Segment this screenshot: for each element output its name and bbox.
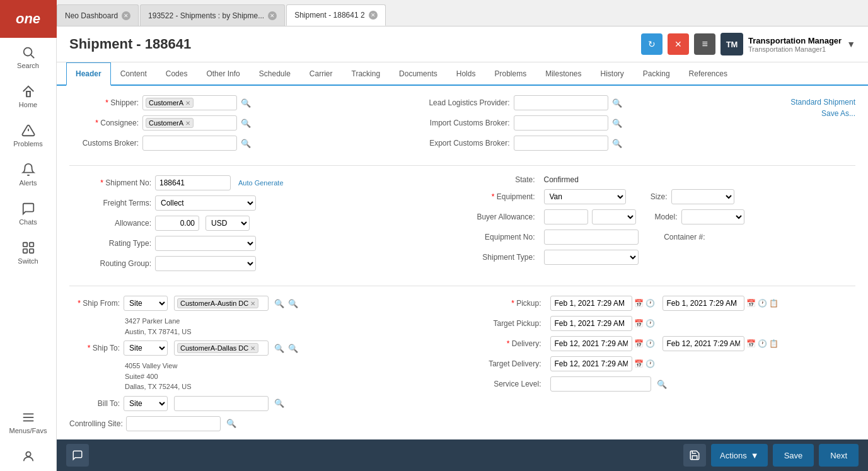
chevron-down-icon[interactable]: ▼ xyxy=(847,39,855,49)
auto-generate-link[interactable]: Auto Generate xyxy=(238,179,284,187)
tab-shipment-188641[interactable]: Shipment - 188641 2 ✕ xyxy=(286,4,385,26)
ship-to-search-icon2[interactable]: 🔍 xyxy=(288,344,298,353)
shipper-search-icon[interactable]: 🔍 xyxy=(241,98,251,108)
save-as-link[interactable]: Save As... xyxy=(742,109,855,118)
delivery-date-input2[interactable] xyxy=(663,336,744,351)
tab-packing[interactable]: Packing xyxy=(634,62,680,86)
bill-to-input[interactable] xyxy=(174,396,269,411)
export-customs-search-icon[interactable]: 🔍 xyxy=(612,139,622,148)
pickup-calendar-icon2[interactable]: 📅 xyxy=(746,299,756,308)
ship-from-customer-input[interactable]: CustomerA-Austin DC ✕ xyxy=(174,296,269,311)
save-icon-button[interactable] xyxy=(683,444,706,467)
delivery-edit-icon[interactable]: 📋 xyxy=(769,339,778,348)
import-customs-input[interactable] xyxy=(514,115,608,131)
tab-codes[interactable]: Codes xyxy=(156,62,197,86)
consignee-input[interactable]: CustomerA ✕ xyxy=(142,115,237,131)
controlling-site-input[interactable] xyxy=(126,416,221,431)
equipment-no-input[interactable] xyxy=(544,230,639,245)
tab-close-button[interactable]: ✕ xyxy=(369,11,378,20)
ship-to-site-select[interactable]: Site xyxy=(124,340,168,356)
tab-carrier[interactable]: Carrier xyxy=(300,62,342,86)
shipment-type-select[interactable] xyxy=(544,250,639,265)
model-select[interactable] xyxy=(681,209,744,224)
tab-neo-dashboard[interactable]: Neo Dashboard ✕ xyxy=(57,4,139,26)
consignee-tag-remove[interactable]: ✕ xyxy=(185,120,190,127)
target-delivery-input[interactable] xyxy=(550,356,632,371)
tab-close-button[interactable]: ✕ xyxy=(122,11,130,20)
buyer-allowance-input[interactable] xyxy=(544,209,588,224)
sidebar-item-chats[interactable]: Chats xyxy=(0,194,56,233)
ship-from-search-icon2[interactable]: 🔍 xyxy=(288,299,298,308)
hamburger-button[interactable]: ≡ xyxy=(694,33,715,55)
refresh-button[interactable]: ↻ xyxy=(641,33,663,55)
delivery-clock-icon1[interactable]: 🕐 xyxy=(645,339,655,348)
lead-logistics-search-icon[interactable]: 🔍 xyxy=(612,98,622,108)
ship-to-search-icon[interactable]: 🔍 xyxy=(274,344,284,353)
actions-button[interactable]: Actions ▼ xyxy=(711,444,768,467)
pickup-date-input1[interactable] xyxy=(550,296,632,311)
ship-to-tag-remove[interactable]: ✕ xyxy=(250,345,255,352)
freight-terms-select[interactable]: Collect xyxy=(155,195,256,211)
delivery-calendar-icon1[interactable]: 📅 xyxy=(634,339,644,348)
sidebar-item-problems[interactable]: Problems xyxy=(0,116,56,155)
shipper-tag-remove[interactable]: ✕ xyxy=(185,100,190,107)
ship-from-search-icon[interactable]: 🔍 xyxy=(274,299,284,308)
size-select[interactable] xyxy=(671,189,734,204)
routing-group-select[interactable] xyxy=(155,256,256,271)
pickup-clock-icon1[interactable]: 🕐 xyxy=(645,299,655,308)
pickup-edit-icon[interactable]: 📋 xyxy=(769,299,778,308)
controlling-site-search-icon[interactable]: 🔍 xyxy=(226,419,236,428)
allowance-input[interactable] xyxy=(155,216,199,231)
tab-problems[interactable]: Problems xyxy=(485,62,536,86)
save-button[interactable]: Save xyxy=(773,444,814,467)
equipment-select[interactable]: Van xyxy=(544,189,626,204)
rating-type-select[interactable] xyxy=(155,236,256,251)
tab-history[interactable]: History xyxy=(591,62,634,86)
tab-holds[interactable]: Holds xyxy=(447,62,485,86)
target-delivery-calendar-icon[interactable]: 📅 xyxy=(634,359,644,368)
lead-logistics-input[interactable] xyxy=(514,95,608,110)
buyer-allowance-currency[interactable] xyxy=(592,209,636,224)
target-pickup-input[interactable] xyxy=(550,316,632,331)
pickup-calendar-icon1[interactable]: 📅 xyxy=(634,299,644,308)
tab-tracking[interactable]: Tracking xyxy=(342,62,390,86)
sidebar-item-menus[interactable]: Menus/Favs xyxy=(0,403,56,442)
tab-references[interactable]: References xyxy=(680,62,737,86)
tab-schedule[interactable]: Schedule xyxy=(250,62,300,86)
bill-to-site-select[interactable]: Site xyxy=(124,396,168,411)
delivery-clock-icon2[interactable]: 🕐 xyxy=(758,339,767,348)
tab-milestones[interactable]: Milestones xyxy=(536,62,591,86)
pickup-clock-icon2[interactable]: 🕐 xyxy=(758,299,767,308)
sidebar-item-switch[interactable]: Switch xyxy=(0,233,56,272)
ship-to-customer-input[interactable]: CustomerA-Dallas DC ✕ xyxy=(174,340,269,356)
sidebar-item-home[interactable]: Home xyxy=(0,77,56,116)
shipment-no-input[interactable] xyxy=(155,175,231,190)
sidebar-item-search[interactable]: Search xyxy=(0,38,56,77)
delivery-calendar-icon2[interactable]: 📅 xyxy=(746,339,756,348)
tab-content[interactable]: Content xyxy=(111,62,156,86)
import-customs-search-icon[interactable]: 🔍 xyxy=(612,119,622,128)
shipper-input[interactable]: CustomerA ✕ xyxy=(142,95,237,110)
target-delivery-clock-icon[interactable]: 🕐 xyxy=(645,359,655,368)
allowance-currency-select[interactable]: USD xyxy=(205,216,250,231)
target-pickup-calendar-icon[interactable]: 📅 xyxy=(634,319,644,328)
sidebar-item-user-avatar[interactable] xyxy=(0,442,56,471)
tab-193522[interactable]: 193522 - Shipments : by Shipme... ✕ xyxy=(140,4,285,26)
chat-button[interactable] xyxy=(66,444,89,467)
service-level-input[interactable] xyxy=(550,376,651,392)
tab-header[interactable]: Header xyxy=(66,62,111,86)
export-customs-input[interactable] xyxy=(514,136,608,151)
close-page-button[interactable]: ✕ xyxy=(668,33,689,55)
sidebar-item-alerts[interactable]: Alerts xyxy=(0,155,56,194)
tab-other-info[interactable]: Other Info xyxy=(197,62,249,86)
customs-broker-input[interactable] xyxy=(142,136,237,151)
bill-to-search-icon[interactable]: 🔍 xyxy=(274,398,284,408)
target-pickup-clock-icon[interactable]: 🕐 xyxy=(645,319,655,328)
next-button[interactable]: Next xyxy=(819,444,859,467)
ship-from-site-select[interactable]: Site xyxy=(124,296,168,311)
pickup-date-input2[interactable] xyxy=(663,296,744,311)
customs-broker-search-icon[interactable]: 🔍 xyxy=(241,139,251,148)
ship-from-tag-remove[interactable]: ✕ xyxy=(250,300,255,307)
tab-documents[interactable]: Documents xyxy=(390,62,447,86)
consignee-search-icon[interactable]: 🔍 xyxy=(241,119,251,128)
